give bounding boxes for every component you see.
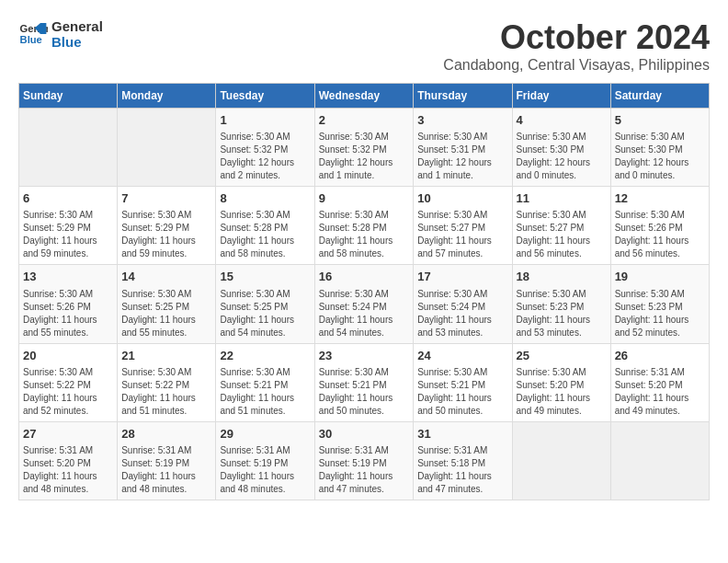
day-info: Sunrise: 5:30 AM Sunset: 5:22 PM Dayligh… [121,366,211,418]
header-day-wednesday: Wednesday [314,84,414,109]
calendar-cell: 28Sunrise: 5:31 AM Sunset: 5:19 PM Dayli… [118,421,216,500]
calendar-cell: 7Sunrise: 5:30 AM Sunset: 5:29 PM Daylig… [118,187,216,265]
calendar-cell: 31Sunrise: 5:31 AM Sunset: 5:18 PM Dayli… [414,421,512,500]
calendar-cell [610,421,709,500]
month-year: October 2024 [443,18,710,57]
calendar-cell: 4Sunrise: 5:30 AM Sunset: 5:30 PM Daylig… [512,109,610,187]
logo: General Blue General Blue [18,18,103,50]
day-number: 28 [121,426,211,442]
day-info: Sunrise: 5:30 AM Sunset: 5:27 PM Dayligh… [417,209,507,260]
calendar-cell: 30Sunrise: 5:31 AM Sunset: 5:19 PM Dayli… [314,421,414,500]
day-info: Sunrise: 5:30 AM Sunset: 5:32 PM Dayligh… [220,131,310,182]
calendar-cell: 10Sunrise: 5:30 AM Sunset: 5:27 PM Dayli… [414,187,512,265]
header-day-friday: Friday [512,84,610,109]
week-row-1: 1Sunrise: 5:30 AM Sunset: 5:32 PM Daylig… [19,109,710,187]
day-info: Sunrise: 5:30 AM Sunset: 5:21 PM Dayligh… [417,366,507,418]
day-number: 22 [220,348,310,364]
calendar-cell: 15Sunrise: 5:30 AM Sunset: 5:25 PM Dayli… [216,265,314,343]
day-number: 2 [319,112,410,129]
day-number: 30 [319,426,410,442]
day-info: Sunrise: 5:30 AM Sunset: 5:25 PM Dayligh… [220,288,310,339]
day-info: Sunrise: 5:30 AM Sunset: 5:29 PM Dayligh… [23,209,113,260]
day-number: 31 [417,426,507,442]
day-number: 14 [121,269,211,285]
calendar-cell: 5Sunrise: 5:30 AM Sunset: 5:30 PM Daylig… [610,109,709,187]
calendar-cell [19,109,118,187]
day-number: 17 [417,269,507,285]
day-number: 4 [517,112,607,129]
day-number: 7 [121,190,211,207]
day-number: 1 [220,112,310,129]
day-number: 6 [23,190,113,207]
day-info: Sunrise: 5:30 AM Sunset: 5:20 PM Dayligh… [517,366,607,418]
day-info: Sunrise: 5:30 AM Sunset: 5:24 PM Dayligh… [417,288,507,339]
day-info: Sunrise: 5:30 AM Sunset: 5:24 PM Dayligh… [319,288,410,339]
day-number: 21 [121,348,211,364]
calendar-cell: 27Sunrise: 5:31 AM Sunset: 5:20 PM Dayli… [19,421,118,500]
header-day-monday: Monday [118,84,216,109]
calendar-cell: 22Sunrise: 5:30 AM Sunset: 5:21 PM Dayli… [216,343,314,421]
day-number: 23 [319,348,410,364]
location: Candabong, Central Visayas, Philippines [443,57,710,74]
calendar-cell: 2Sunrise: 5:30 AM Sunset: 5:32 PM Daylig… [314,109,414,187]
calendar-cell: 16Sunrise: 5:30 AM Sunset: 5:24 PM Dayli… [314,265,414,343]
day-number: 19 [615,269,705,285]
calendar-cell: 14Sunrise: 5:30 AM Sunset: 5:25 PM Dayli… [118,265,216,343]
calendar-cell: 6Sunrise: 5:30 AM Sunset: 5:29 PM Daylig… [19,187,118,265]
page-header: General Blue General Blue October 2024 C… [18,18,710,74]
calendar-cell [118,109,216,187]
day-number: 16 [319,269,410,285]
day-info: Sunrise: 5:30 AM Sunset: 5:28 PM Dayligh… [220,209,310,260]
calendar-cell: 9Sunrise: 5:30 AM Sunset: 5:28 PM Daylig… [314,187,414,265]
day-number: 8 [220,190,310,207]
logo-line1: General [51,18,103,34]
day-info: Sunrise: 5:30 AM Sunset: 5:28 PM Dayligh… [319,209,410,260]
week-row-4: 20Sunrise: 5:30 AM Sunset: 5:22 PM Dayli… [19,343,710,421]
day-number: 11 [517,190,607,207]
week-row-2: 6Sunrise: 5:30 AM Sunset: 5:29 PM Daylig… [19,187,710,265]
day-number: 24 [417,348,507,364]
logo-line2: Blue [51,34,103,50]
day-number: 26 [615,348,705,364]
day-info: Sunrise: 5:30 AM Sunset: 5:27 PM Dayligh… [517,209,607,260]
day-info: Sunrise: 5:30 AM Sunset: 5:31 PM Dayligh… [417,131,507,182]
day-number: 12 [615,190,705,207]
day-number: 3 [417,112,507,129]
calendar-cell: 13Sunrise: 5:30 AM Sunset: 5:26 PM Dayli… [19,265,118,343]
calendar-cell: 1Sunrise: 5:30 AM Sunset: 5:32 PM Daylig… [216,109,314,187]
day-info: Sunrise: 5:30 AM Sunset: 5:21 PM Dayligh… [220,366,310,418]
calendar-cell: 18Sunrise: 5:30 AM Sunset: 5:23 PM Dayli… [512,265,610,343]
calendar-cell: 26Sunrise: 5:31 AM Sunset: 5:20 PM Dayli… [610,343,709,421]
calendar-cell: 20Sunrise: 5:30 AM Sunset: 5:22 PM Dayli… [19,343,118,421]
day-number: 13 [23,269,113,285]
day-info: Sunrise: 5:30 AM Sunset: 5:26 PM Dayligh… [615,209,705,260]
day-number: 25 [517,348,607,364]
calendar-cell: 24Sunrise: 5:30 AM Sunset: 5:21 PM Dayli… [414,343,512,421]
day-number: 9 [319,190,410,207]
svg-text:Blue: Blue [20,34,42,45]
day-number: 27 [23,426,113,442]
day-info: Sunrise: 5:30 AM Sunset: 5:23 PM Dayligh… [517,288,607,339]
week-row-5: 27Sunrise: 5:31 AM Sunset: 5:20 PM Dayli… [19,421,710,500]
calendar-cell: 25Sunrise: 5:30 AM Sunset: 5:20 PM Dayli… [512,343,610,421]
day-number: 15 [220,269,310,285]
day-number: 5 [615,112,705,129]
calendar-cell [512,421,610,500]
day-number: 20 [23,348,113,364]
day-info: Sunrise: 5:30 AM Sunset: 5:23 PM Dayligh… [615,288,705,339]
day-info: Sunrise: 5:30 AM Sunset: 5:30 PM Dayligh… [517,131,607,182]
day-number: 10 [417,190,507,207]
calendar-cell: 11Sunrise: 5:30 AM Sunset: 5:27 PM Dayli… [512,187,610,265]
day-info: Sunrise: 5:31 AM Sunset: 5:19 PM Dayligh… [220,444,310,496]
day-info: Sunrise: 5:30 AM Sunset: 5:29 PM Dayligh… [121,209,211,260]
header-day-sunday: Sunday [19,84,118,109]
header-row: SundayMondayTuesdayWednesdayThursdayFrid… [19,84,710,109]
day-info: Sunrise: 5:31 AM Sunset: 5:19 PM Dayligh… [319,444,410,496]
calendar-cell: 17Sunrise: 5:30 AM Sunset: 5:24 PM Dayli… [414,265,512,343]
calendar-cell: 19Sunrise: 5:30 AM Sunset: 5:23 PM Dayli… [610,265,709,343]
calendar-cell: 21Sunrise: 5:30 AM Sunset: 5:22 PM Dayli… [118,343,216,421]
calendar-cell: 29Sunrise: 5:31 AM Sunset: 5:19 PM Dayli… [216,421,314,500]
header-day-saturday: Saturday [610,84,709,109]
day-info: Sunrise: 5:30 AM Sunset: 5:30 PM Dayligh… [615,131,705,182]
calendar-cell: 8Sunrise: 5:30 AM Sunset: 5:28 PM Daylig… [216,187,314,265]
